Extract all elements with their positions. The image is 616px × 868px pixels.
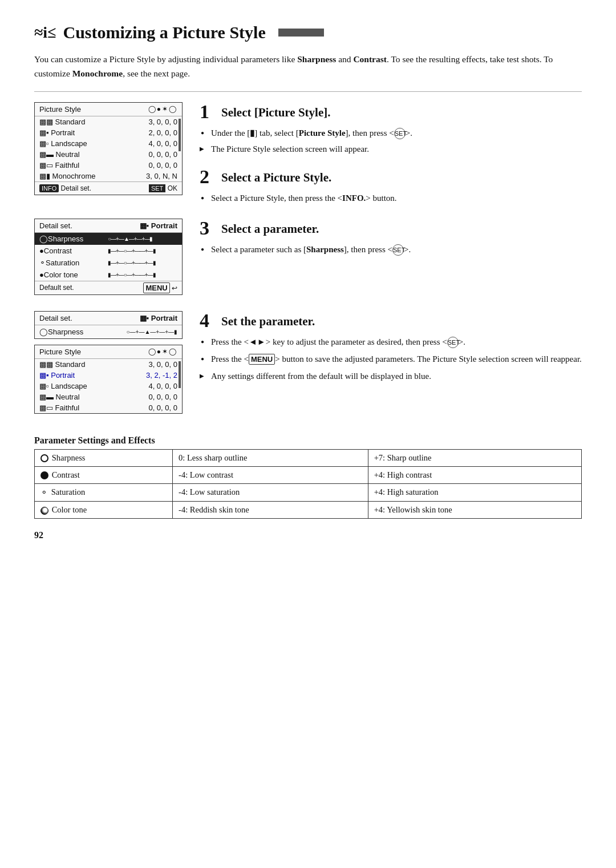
step4-number: 4 <box>200 311 216 330</box>
table-row: Color tone -4: Reddish skin tone +4: Yel… <box>35 502 582 519</box>
list-item: Under the [▮] tab, select [Picture Style… <box>200 126 582 140</box>
step4-bullets: Press the <◄►> key to adjust the paramet… <box>200 335 582 383</box>
scrollbar <box>179 119 181 151</box>
screen2-header: Detail set. ▩▪ Portrait <box>35 219 182 233</box>
screen1-header-icons: ◯●✶◯ <box>148 105 177 114</box>
intro-paragraph: You can customize a Picture Style by adj… <box>34 53 582 81</box>
table-row: ▩▫ Landscape 4, 0, 0, 0 <box>35 381 182 391</box>
main-content: Picture Style ◯●✶◯ ▩▩ Standard 3, 0, 0, … <box>34 102 582 519</box>
screen3-header: Detail set. ▩▪ Portrait <box>35 312 182 325</box>
step3-header: 3 Select a parameter. <box>200 219 582 238</box>
param-max-saturation: +4: High saturation <box>368 483 581 502</box>
left-column-3: Detail set. ▩▪ Portrait ◯Sharpness ○—+—▲… <box>34 311 183 418</box>
left-column-2: Detail set. ▩▪ Portrait ◯Sharpness ○—+—▲… <box>34 219 183 300</box>
step1-number: 1 <box>200 102 216 122</box>
param-min-colortone: -4: Reddish skin tone <box>173 502 368 519</box>
list-item: Press the <MENU> button to save the adju… <box>200 352 582 366</box>
table-row: Sharpness 0: Less sharp outline +7: Shar… <box>35 449 582 466</box>
screen4-rows: ▩▩ Standard 3, 0, 0, 0 ▩▪ Portrait 3, 2,… <box>35 359 182 413</box>
step3-section: 3 Select a parameter. Select a parameter… <box>200 219 582 256</box>
table-row: ▩▪ Portrait 3, 2, -1, 2 <box>35 370 182 381</box>
step3-bullets: Select a parameter such as [Sharpness], … <box>200 243 582 256</box>
table-row: ●Contrast ▮—+—○—+——+—▮ <box>35 245 182 257</box>
table-row: ▩▬ Neutral 0, 0, 0, 0 <box>35 391 182 402</box>
param-min-saturation: -4: Low saturation <box>173 483 368 502</box>
step2-section: 2 Select a Picture Style. Select a Pictu… <box>200 167 582 205</box>
parameter-settings-section: Parameter Settings and Effects Sharpness… <box>34 435 582 519</box>
table-row: ⚬ Saturation -4: Low saturation +4: High… <box>35 483 582 502</box>
title-icon: ≈i≤ <box>34 23 56 42</box>
list-item: Select a Picture Style, then press the <… <box>200 191 582 205</box>
list-item: Select a parameter such as [Sharpness], … <box>200 243 582 256</box>
screen1-header-label: Picture Style <box>39 105 81 114</box>
param-min-sharpness: 0: Less sharp outline <box>173 449 368 466</box>
param-label: Contrast <box>52 470 80 479</box>
info-detail-btn: INFO Detail set. <box>39 184 91 192</box>
step2-header: 2 Select a Picture Style. <box>200 167 582 187</box>
screen1-footer: INFO Detail set. SET OK <box>35 181 182 195</box>
step2-title: Select a Picture Style. <box>221 167 331 185</box>
list-item: Press the <◄►> key to adjust the paramet… <box>200 335 582 349</box>
param-icon-sharpness: Sharpness <box>35 449 173 466</box>
screen1-header: Picture Style ◯●✶◯ <box>35 103 182 116</box>
param-min-contrast: -4: Low contrast <box>173 466 368 483</box>
page-title: Customizing a Picture Style <box>63 23 266 42</box>
table-row: ●Color tone ▮—+—○—+——+—▮ <box>35 269 182 281</box>
param-icon-saturation: ⚬ Saturation <box>35 483 173 502</box>
step1-header: 1 Select [Picture Style]. <box>200 102 582 122</box>
right-column-2: 3 Select a parameter. Select a parameter… <box>200 219 582 259</box>
param-section-title: Parameter Settings and Effects <box>34 435 582 446</box>
table-row: ▩▪ Portrait 2, 0, 0, 0 <box>35 127 182 138</box>
right-column-1: 1 Select [Picture Style]. Under the [▮] … <box>200 102 582 207</box>
right-column-3: 4 Set the parameter. Press the <◄►> key … <box>200 311 582 385</box>
param-icon-colortone: Color tone <box>35 502 173 519</box>
table-row: ▩▩ Standard 3, 0, 0, 0 <box>35 359 182 370</box>
set-ok-btn: SET OK <box>149 184 177 192</box>
page-number: 92 <box>34 530 582 540</box>
screen-picture-style: Picture Style ◯●✶◯ ▩▩ Standard 3, 0, 0, … <box>34 102 183 195</box>
table-row: ◯Sharpness ○—+—▲—+—+—▮ <box>35 325 182 338</box>
table-row: ▩▬ Neutral 0, 0, 0, 0 <box>35 149 182 160</box>
parameter-table: Sharpness 0: Less sharp outline +7: Shar… <box>34 449 582 519</box>
param-icon-contrast: Contrast <box>35 466 173 483</box>
table-row: ▩▫ Landscape 4, 0, 0, 0 <box>35 138 182 149</box>
param-max-contrast: +4: High contrast <box>368 466 581 483</box>
screen2-footer: Default set. MENU ↩ <box>35 281 182 294</box>
step4-title: Set the parameter. <box>221 311 315 329</box>
param-max-colortone: +4: Yellowish skin tone <box>368 502 581 519</box>
list-item: Any settings different from the default … <box>200 369 582 383</box>
table-row: ▩▩ Standard 3, 0, 0, 0 <box>35 116 182 127</box>
step1-bullets: Under the [▮] tab, select [Picture Style… <box>200 126 582 156</box>
screen4-header: Picture Style ◯●✶◯ <box>35 345 182 359</box>
left-column-1: Picture Style ◯●✶◯ ▩▩ Standard 3, 0, 0, … <box>34 102 183 200</box>
step2-bullets: Select a Picture Style, then press the <… <box>200 191 582 205</box>
param-max-sharpness: +7: Sharp outline <box>368 449 581 466</box>
param-label: Color tone <box>52 505 87 514</box>
step2-number: 2 <box>200 167 216 187</box>
page-title-section: ≈i≤ Customizing a Picture Style <box>34 23 582 42</box>
screen-picture-style-2: Picture Style ◯●✶◯ ▩▩ Standard 3, 0, 0, … <box>34 345 183 414</box>
step3-title: Select a parameter. <box>221 219 319 236</box>
table-row: ◯Sharpness ○—+—▲—+—+—▮ <box>35 233 182 245</box>
screen-detail-set: Detail set. ▩▪ Portrait ◯Sharpness ○—+—▲… <box>34 219 183 295</box>
step1-section: 1 Select [Picture Style]. Under the [▮] … <box>200 102 582 156</box>
table-row: ⚬Saturation ▮—+—○—+——+—▮ <box>35 257 182 269</box>
table-row: ▩▭ Faithful 0, 0, 0, 0 <box>35 402 182 413</box>
screen1-rows: ▩▩ Standard 3, 0, 0, 0 ▩▪ Portrait 2, 0,… <box>35 116 182 181</box>
title-decoration <box>278 29 324 37</box>
table-row: ▩▭ Faithful 0, 0, 0, 0 <box>35 160 182 171</box>
step4-header: 4 Set the parameter. <box>200 311 582 330</box>
step1-title: Select [Picture Style]. <box>221 102 330 120</box>
scrollbar <box>179 361 181 389</box>
table-row: ▩▮ Monochrome 3, 0, N, N <box>35 171 182 181</box>
screen-sharpness-detail: Detail set. ▩▪ Portrait ◯Sharpness ○—+—▲… <box>34 311 183 339</box>
step4-section: 4 Set the parameter. Press the <◄►> key … <box>200 311 582 383</box>
param-label: Sharpness <box>52 453 86 462</box>
step3-number: 3 <box>200 219 216 238</box>
param-label: Saturation <box>51 487 86 496</box>
section-divider <box>34 91 582 92</box>
table-row: Contrast -4: Low contrast +4: High contr… <box>35 466 582 483</box>
list-item: The Picture Style selection screen will … <box>200 142 582 156</box>
